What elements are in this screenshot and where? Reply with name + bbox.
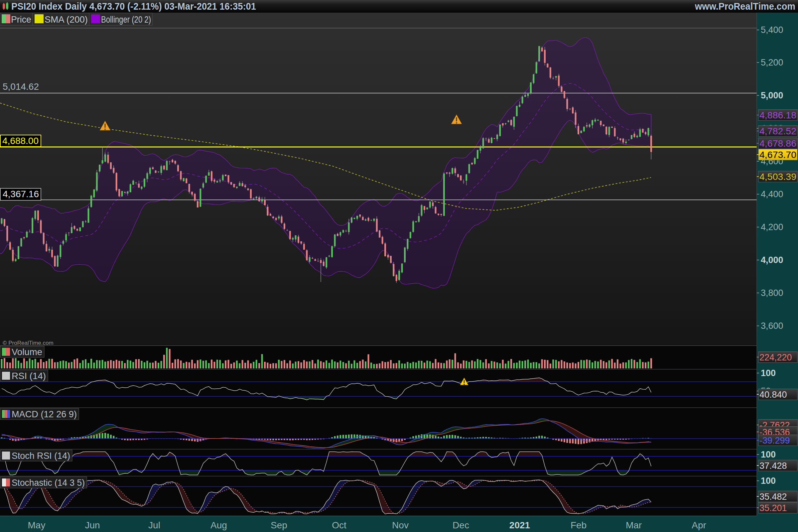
svg-text:Bollinger (20 2): Bollinger (20 2) <box>101 14 151 25</box>
svg-text:Volume: Volume <box>12 347 42 357</box>
svg-text:3,600: 3,600 <box>761 321 783 331</box>
svg-text:4,678.86: 4,678.86 <box>759 139 796 149</box>
svg-text:Price: Price <box>11 14 31 25</box>
svg-text:4,688.00: 4,688.00 <box>2 136 39 146</box>
svg-text:5,014.62: 5,014.62 <box>3 81 39 92</box>
svg-text:4,673.70: 4,673.70 <box>759 150 796 160</box>
svg-text:4,367.16: 4,367.16 <box>3 189 39 199</box>
svg-text:100: 100 <box>761 476 776 486</box>
svg-text:Stochastic (14 3 5): Stochastic (14 3 5) <box>12 477 85 488</box>
svg-text:Nov: Nov <box>392 520 408 530</box>
svg-text:224,220: 224,220 <box>759 353 792 362</box>
svg-text:35.482: 35.482 <box>759 492 787 502</box>
svg-text:4,400: 4,400 <box>761 189 783 199</box>
svg-text:3,800: 3,800 <box>761 288 783 298</box>
svg-text:40.840: 40.840 <box>759 390 787 400</box>
svg-text:-39.299: -39.299 <box>759 436 790 445</box>
svg-text:Oct: Oct <box>332 520 346 530</box>
svg-text:www.ProRealTime.com: www.ProRealTime.com <box>695 1 795 12</box>
svg-text:RSI (14): RSI (14) <box>12 371 46 381</box>
svg-text:Sep: Sep <box>271 520 287 530</box>
svg-text:May: May <box>28 520 45 530</box>
svg-text:4,200: 4,200 <box>761 222 783 232</box>
svg-text:4,000: 4,000 <box>761 255 783 265</box>
svg-text:5,000: 5,000 <box>761 91 783 100</box>
svg-text:Jul: Jul <box>148 520 160 530</box>
svg-text:© ProRealTime.com: © ProRealTime.com <box>3 340 54 346</box>
svg-text:2021: 2021 <box>509 520 530 530</box>
svg-text:PSI20 Index Daily 4,673.70 (-2: PSI20 Index Daily 4,673.70 (-2.11%) 03-M… <box>11 1 256 12</box>
svg-text:MACD (12 26 9): MACD (12 26 9) <box>12 409 77 419</box>
svg-text:37.428: 37.428 <box>759 461 787 471</box>
svg-text:Apr: Apr <box>691 520 706 530</box>
svg-text:Mar: Mar <box>626 520 642 530</box>
svg-text:35.201: 35.201 <box>759 503 787 513</box>
svg-text:4,782.52: 4,782.52 <box>759 126 796 136</box>
svg-text:Stoch RSI (14): Stoch RSI (14) <box>12 451 70 461</box>
svg-text:5,400: 5,400 <box>761 25 783 35</box>
svg-text:SMA (200): SMA (200) <box>44 14 88 25</box>
svg-text:5,200: 5,200 <box>761 58 783 68</box>
svg-text:Dec: Dec <box>453 520 469 530</box>
svg-text:Jun: Jun <box>85 520 100 530</box>
svg-text:Aug: Aug <box>210 520 227 530</box>
svg-text:4,503.39: 4,503.39 <box>759 172 796 182</box>
svg-text:100: 100 <box>761 450 776 459</box>
svg-text:Feb: Feb <box>571 520 587 530</box>
svg-text:4,886.18: 4,886.18 <box>759 110 796 120</box>
svg-text:100: 100 <box>761 368 776 378</box>
